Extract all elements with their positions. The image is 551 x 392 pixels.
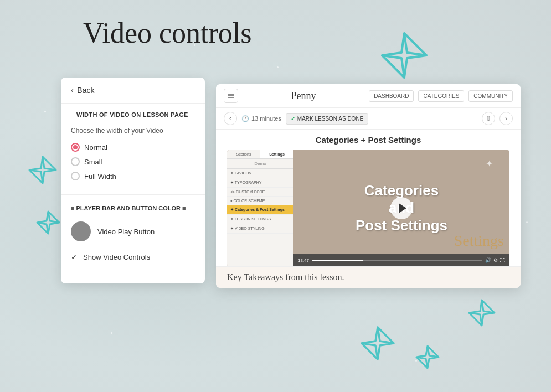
dot xyxy=(415,360,417,362)
sparkle-icon: ✦ xyxy=(486,158,493,169)
show-controls-label: Show Video Controls xyxy=(83,253,150,261)
video-control-icons: 🔊 ⚙ ⛶ xyxy=(485,257,505,263)
dot xyxy=(44,111,46,112)
dot xyxy=(277,66,279,68)
radio-fullwidth[interactable]: Full Width xyxy=(71,169,195,183)
video-overlay: Sections Settings Demo ✦ FAVICON ✦ TYPOG… xyxy=(227,150,509,266)
width-section-header: ≡ WIDTH OF VIDEO ON LESSON PAGE ≡ xyxy=(61,104,205,122)
time-label: 🕐 13 minutes xyxy=(241,115,281,122)
player-section-header: ≡ PLAYER BAR AND BUTTON COLOR ≡ xyxy=(61,197,205,216)
radio-normal[interactable]: Normal xyxy=(71,140,195,154)
radio-small-label: Small xyxy=(84,158,102,166)
takeaway-bar: Key Takeaways from this lesson. xyxy=(216,266,521,288)
radio-fullwidth-label: Full Width xyxy=(84,172,116,180)
radio-small-circle xyxy=(71,157,80,166)
show-controls-row[interactable]: ✓ Show Video Controls xyxy=(61,247,205,267)
nav-links: DASHBOARD CATEGORIES COMMUNITY xyxy=(369,90,513,102)
sidebar-item-customcode[interactable]: <> CUSTOM CODE xyxy=(227,188,293,197)
browser-panel: Penny DASHBOARD CATEGORIES COMMUNITY ‹ 🕐… xyxy=(216,84,521,288)
color-button-label: Video Play Button xyxy=(97,228,155,236)
sidebar-tab-sections[interactable]: Sections xyxy=(227,150,260,158)
divider xyxy=(61,194,205,195)
back-arrow-icon: ‹ xyxy=(71,85,74,95)
fullscreen-icon[interactable]: ⛶ xyxy=(500,257,505,263)
video-player[interactable]: Sections Settings Demo ✦ FAVICON ✦ TYPOG… xyxy=(227,150,509,266)
video-main: CategoriesandPost Settings ✦ Settings xyxy=(293,150,509,266)
width-radio-group: Normal Small Full Width xyxy=(61,138,205,192)
sidebar-item-typography[interactable]: ✦ TYPOGRAPHY xyxy=(227,178,293,188)
prev-lesson-button[interactable]: ‹ xyxy=(224,112,237,125)
volume-icon[interactable]: 🔊 xyxy=(485,257,491,263)
play-button[interactable] xyxy=(390,197,413,219)
sidebar-item-favicon[interactable]: ✦ FAVICON xyxy=(227,169,293,178)
width-sublabel: Choose the width of your Video xyxy=(61,122,205,138)
settings-panel: ‹ Back ≡ WIDTH OF VIDEO ON LESSON PAGE ≡… xyxy=(61,78,205,283)
lesson-toolbar: ‹ 🕐 13 minutes ✓ MARK LESSON AS DONE ⇧ › xyxy=(216,108,521,130)
sidebar-item-videostyling[interactable]: ✦ VIDEO STYLING xyxy=(227,224,293,234)
video-sidebar: Sections Settings Demo ✦ FAVICON ✦ TYPOG… xyxy=(227,150,293,266)
video-script-text: Settings xyxy=(454,232,504,250)
lesson-title: Categories + Post Settings xyxy=(227,135,509,145)
browser-nav: Penny DASHBOARD CATEGORIES COMMUNITY xyxy=(216,84,521,108)
radio-normal-circle xyxy=(71,143,80,152)
lesson-content: Categories + Post Settings Sections Sett… xyxy=(216,130,521,266)
radio-small[interactable]: Small xyxy=(71,154,195,169)
checkmark-done-icon: ✓ xyxy=(291,116,295,122)
radio-fullwidth-circle xyxy=(71,172,80,180)
sidebar-item-colorscheme[interactable]: ♦ COLOR SCHEME xyxy=(227,197,293,205)
share-button[interactable]: ⇧ xyxy=(482,112,495,125)
radio-normal-label: Normal xyxy=(84,143,107,152)
dot xyxy=(111,332,112,334)
next-lesson-button[interactable]: › xyxy=(499,112,513,125)
sidebar-tab-settings[interactable]: Settings xyxy=(260,150,293,158)
play-triangle-icon xyxy=(399,203,406,213)
nav-categories[interactable]: CATEGORIES xyxy=(418,90,464,102)
video-progress-fill xyxy=(312,260,363,261)
toolbar-right: ⇧ › xyxy=(482,112,513,125)
back-button-label: Back xyxy=(77,86,94,95)
video-progress-bar[interactable] xyxy=(312,260,482,261)
video-sidebar-header: Sections Settings xyxy=(227,150,293,159)
dot xyxy=(526,221,528,223)
brand-logo: Penny xyxy=(291,90,316,102)
settings-icon[interactable]: ⚙ xyxy=(493,257,498,263)
checkmark-icon: ✓ xyxy=(71,252,78,261)
video-time: 13:47 xyxy=(298,258,309,263)
nav-settings-icon[interactable] xyxy=(224,89,238,103)
nav-community[interactable]: COMMUNITY xyxy=(468,90,513,102)
back-button[interactable]: ‹ Back xyxy=(61,78,205,104)
video-controls-bar: 13:47 🔊 ⚙ ⛶ xyxy=(293,254,509,266)
sidebar-item-lessonsettings[interactable]: ✦ LESSON SETTINGS xyxy=(227,215,293,224)
clock-icon: 🕐 xyxy=(241,115,249,122)
toolbar-left: ‹ 🕐 13 minutes ✓ MARK LESSON AS DONE xyxy=(224,112,368,125)
sidebar-item-categories[interactable]: ✦ Categories & Post Settings xyxy=(227,205,293,215)
nav-dashboard[interactable]: DASHBOARD xyxy=(369,90,414,102)
page-title: Video controls xyxy=(83,17,251,49)
takeaway-text: Key Takeaways from this lesson. xyxy=(227,272,344,282)
mark-done-button[interactable]: ✓ MARK LESSON AS DONE xyxy=(286,113,368,125)
color-swatch[interactable] xyxy=(71,221,91,241)
color-button-row[interactable]: Video Play Button xyxy=(61,216,205,247)
